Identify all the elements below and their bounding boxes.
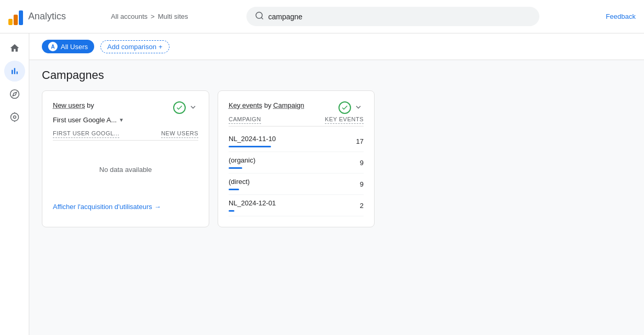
filter-bar: A All Users Add comparison + — [29, 33, 644, 60]
card1-chevron-button[interactable] — [188, 102, 198, 114]
card2-title: Key events by Campaign — [229, 101, 304, 109]
logo-icon — [8, 8, 23, 25]
card-key-events: Key events by Campaign CAMPAIGN — [218, 90, 375, 227]
cards-grid: New users by First user Google A. — [42, 90, 631, 227]
table-row: (organic) 9 — [229, 152, 364, 174]
breadcrumb-separator: > — [151, 13, 155, 20]
card1-title-by: by — [85, 101, 94, 109]
card1-col1-header[interactable]: FIRST USER GOOGL... — [53, 130, 119, 138]
logo-wrapper: Analytics — [8, 8, 103, 25]
card1-table-header: FIRST USER GOOGL... NEW USERS — [53, 130, 198, 141]
sidebar-item-home[interactable] — [4, 38, 25, 59]
table-row: NL_2024-11-10 17 — [229, 131, 364, 152]
card1-footer-arrow: → — [154, 203, 161, 211]
add-comparison-label: Add comparison — [107, 43, 156, 51]
row-label-2: (direct) — [229, 178, 250, 190]
search-input[interactable] — [268, 13, 531, 21]
logo-text: Analytics — [28, 11, 66, 22]
sidebar-item-reports[interactable] — [4, 61, 25, 82]
card1-title-new-users[interactable]: New users — [53, 101, 85, 109]
page-title: Campagnes — [42, 68, 631, 82]
sidebar-item-explore[interactable] — [4, 84, 25, 105]
all-users-avatar: A — [48, 42, 58, 51]
svg-point-4 — [10, 113, 18, 121]
svg-point-3 — [13, 116, 16, 119]
card-new-users: New users by First user Google A. — [42, 90, 209, 227]
card1-footer-link[interactable]: Afficher l'acquisition d'utilisateurs → — [53, 203, 198, 211]
card1-subtitle[interactable]: First user Google A... ▼ — [53, 116, 198, 124]
row-bar-2 — [229, 189, 239, 190]
row-bar-1 — [229, 167, 242, 169]
card1-col2-header[interactable]: NEW USERS — [161, 130, 198, 138]
breadcrumb-all-accounts[interactable]: All accounts — [111, 13, 148, 20]
card2-title-by: by — [262, 101, 273, 109]
card1-footer: Afficher l'acquisition d'utilisateurs → — [53, 203, 198, 211]
topbar: Analytics All accounts > Multi sites Fee… — [0, 0, 644, 33]
card2-actions — [338, 101, 364, 114]
card2-col1-header[interactable]: CAMPAIGN — [229, 116, 261, 124]
card1-check-icon — [173, 101, 186, 114]
all-users-label: All Users — [61, 43, 88, 51]
main-layout: A All Users Add comparison + Campagnes N… — [0, 33, 644, 335]
logo-bar-3 — [19, 10, 23, 25]
search-icon — [255, 11, 264, 22]
card2-title-key-events[interactable]: Key events — [229, 101, 262, 109]
svg-line-1 — [261, 17, 263, 19]
logo-bar-2 — [14, 15, 18, 25]
table-row: (direct) 9 — [229, 174, 364, 195]
card2-table-header: CAMPAIGN KEY EVENTS — [229, 116, 364, 126]
card1-dropdown-arrow: ▼ — [119, 117, 124, 123]
card2-rows: NL_2024-11-10 17 (organic) 9 (direct) 9 … — [229, 131, 364, 216]
breadcrumb: All accounts > Multi sites — [111, 13, 188, 20]
feedback-link[interactable]: Feedback — [606, 13, 636, 20]
row-label-0: NL_2024-11-10 — [229, 135, 276, 147]
search-bar — [246, 7, 539, 26]
breadcrumb-current: Multi sites — [158, 13, 188, 20]
row-value-2: 9 — [360, 180, 364, 188]
content-area: A All Users Add comparison + Campagnes N… — [29, 33, 644, 335]
card1-subtitle-text: First user Google A... — [53, 116, 117, 124]
card2-check-icon — [338, 101, 351, 114]
sidebar — [0, 33, 29, 335]
card1-title: New users by — [53, 101, 94, 109]
card1-actions — [173, 101, 198, 114]
row-label-3: NL_2024-12-01 — [229, 199, 276, 212]
all-users-chip[interactable]: A All Users — [42, 40, 94, 53]
card2-title-campaign[interactable]: Campaign — [273, 101, 304, 109]
card2-chevron-button[interactable] — [353, 102, 364, 114]
logo-bar-1 — [8, 19, 13, 25]
svg-point-2 — [10, 90, 19, 99]
page-section: Campagnes New users by — [29, 60, 644, 236]
row-bar-0 — [229, 146, 271, 147]
card1-header: New users by — [53, 101, 198, 114]
row-label-1: (organic) — [229, 156, 255, 169]
row-bar-3 — [229, 210, 234, 212]
row-value-0: 17 — [356, 137, 364, 145]
add-comparison-icon: + — [159, 43, 163, 51]
card1-footer-label: Afficher l'acquisition d'utilisateurs — [53, 203, 152, 211]
table-row: NL_2024-12-01 2 — [229, 195, 364, 216]
add-comparison-button[interactable]: Add comparison + — [100, 40, 170, 53]
card2-header: Key events by Campaign — [229, 101, 364, 114]
row-value-1: 9 — [360, 159, 364, 167]
row-value-3: 2 — [360, 202, 364, 210]
sidebar-item-advertising[interactable] — [4, 107, 25, 128]
card1-no-data: No data available — [53, 145, 198, 194]
card2-col2-header[interactable]: KEY EVENTS — [325, 116, 364, 124]
svg-point-0 — [256, 12, 262, 18]
